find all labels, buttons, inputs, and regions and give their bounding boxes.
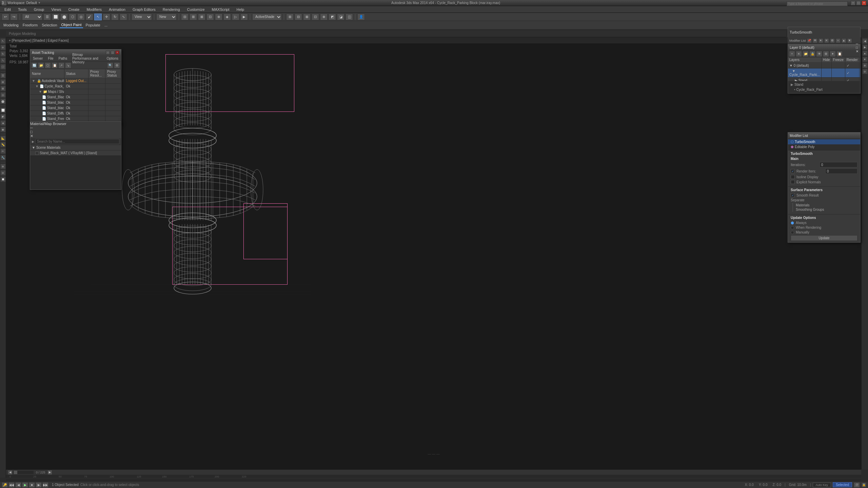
layers-cell-hide-stand[interactable] — [822, 78, 832, 81]
left-panel-btn-21[interactable]: 🔲 — [0, 177, 6, 182]
materials-item[interactable]: Materials — [795, 203, 857, 207]
left-panel-btn-7[interactable]: ⊞ — [0, 79, 6, 85]
tab-selection[interactable]: Selection — [40, 22, 59, 28]
layers-col-freeze[interactable]: Freeze — [831, 57, 845, 63]
layers-row-cycle[interactable]: ▼ Cycle_Rack_Parki... ✓ — [788, 68, 860, 78]
new-dropdown[interactable]: New — [156, 14, 177, 20]
render-button[interactable]: ▷ — [232, 14, 239, 20]
left-panel-btn-16[interactable]: 📏 — [0, 142, 6, 147]
menu-animation[interactable]: Animation — [106, 7, 128, 12]
stop-button[interactable]: ■ — [29, 482, 35, 488]
schematic-view-button[interactable]: ⊡ — [206, 14, 214, 20]
at-row-stand4[interactable]: 📄 Stand_Diffuse... Ok — [30, 111, 121, 116]
at-col-proxy-res[interactable]: Proxy Resol... — [88, 69, 105, 78]
viewport-3d[interactable]: — — — Home — [6, 37, 861, 469]
tb-btn-14[interactable]: ◫ — [346, 14, 353, 20]
left-panel-btn-5[interactable]: ⬡ — [0, 64, 6, 69]
mb-minimize-button[interactable]: ─ — [30, 126, 121, 130]
left-panel-btn-2[interactable]: ✛ — [0, 45, 6, 50]
layers-col-name[interactable]: Layers — [788, 57, 822, 63]
at-col-name[interactable]: Name — [30, 69, 64, 78]
layer-tree-cycle-rack-part[interactable]: • Cycle_Rack_Part — [789, 87, 859, 92]
viewport[interactable]: + [Perspective] [Shaded | Edged Faces] T… — [6, 37, 861, 469]
left-panel-btn-10[interactable]: ⬤ — [0, 99, 6, 104]
menu-help[interactable]: Help — [234, 7, 247, 12]
at-menu-file[interactable]: File — [46, 57, 55, 60]
right-panel-btn-1[interactable]: ◀ — [862, 38, 868, 44]
align-button[interactable]: ⊞ — [190, 14, 197, 20]
when-rendering-radio[interactable] — [791, 226, 794, 229]
explicit-normals-checkbox[interactable] — [791, 180, 795, 184]
modifier-move-up-button[interactable]: ▲ — [842, 38, 846, 43]
autokey-button[interactable]: Auto Key — [813, 483, 831, 487]
smoothing-groups-item[interactable]: Smoothing Groups — [795, 207, 857, 212]
layers-tb-1[interactable]: + — [789, 51, 795, 57]
next-key-button[interactable]: ▶ — [36, 482, 42, 488]
layers-tb-7[interactable]: ✦ — [830, 51, 836, 57]
menu-modifiers[interactable]: Modifiers — [84, 7, 104, 12]
populate-button[interactable]: 👤 — [357, 14, 365, 20]
modifier-move-down-button[interactable]: ▼ — [847, 38, 852, 43]
always-radio[interactable] — [791, 221, 794, 225]
menu-views[interactable]: Views — [48, 7, 64, 12]
mb-restore-button[interactable]: □ — [30, 130, 121, 134]
search-input[interactable] — [787, 1, 848, 6]
isoline-checkbox[interactable] — [791, 175, 795, 179]
modifier-turbosmoooth[interactable]: ⬡ TurboSmooth — [788, 139, 860, 144]
tab-freeform[interactable]: Freeform — [21, 22, 40, 28]
lasso-select-button[interactable]: ◎ — [77, 14, 85, 20]
modifier-add-button[interactable]: + — [836, 38, 841, 43]
render-iters-checkbox[interactable]: ✓ — [791, 169, 795, 173]
circle-select-button[interactable]: ⬤ — [60, 14, 68, 20]
lock-selection-button[interactable]: 🔒 — [862, 483, 866, 487]
select-filter-dropdown[interactable]: All — [22, 14, 42, 20]
menu-rendering[interactable]: Rendering — [160, 7, 183, 12]
left-panel-btn-18[interactable]: 🔧 — [0, 155, 6, 160]
next-frame-button[interactable]: ▶▶ — [42, 482, 48, 488]
render-iters-input[interactable] — [825, 168, 857, 174]
left-panel-btn-11[interactable]: ⬜ — [0, 107, 6, 113]
left-panel-btn-14[interactable]: ◉ — [0, 127, 6, 132]
left-panel-btn-12[interactable]: ◩ — [0, 114, 6, 119]
material-content-area[interactable] — [30, 156, 121, 189]
at-tb-3[interactable]: ⬡ — [45, 62, 51, 68]
material-browser-titlebar[interactable]: Material/Map Browser ─ □ ✕ — [30, 122, 121, 138]
layers-cell-hide-0[interactable] — [822, 63, 832, 68]
left-panel-btn-13[interactable]: ◈ — [0, 120, 6, 126]
at-menu-paths[interactable]: Paths — [57, 57, 69, 60]
layers-cell-freeze-stand[interactable] — [831, 78, 845, 81]
left-panel-btn-4[interactable]: ⤡ — [0, 58, 6, 63]
at-tb-6[interactable]: ↘ — [65, 62, 71, 68]
selected-badge[interactable]: Selected — [833, 482, 852, 487]
at-minimize-button[interactable]: ─ — [106, 50, 110, 55]
at-row-stand1[interactable]: 📄 Stand_Black... Ok — [30, 95, 121, 100]
layers-tb-6[interactable]: ⚙ — [823, 51, 829, 57]
scale-button[interactable]: ⤡ — [120, 14, 127, 20]
layer-tree-stand[interactable]: ▶ Stand — [789, 82, 859, 87]
material-item-stand-black[interactable]: Stand_Black_MAT ( VRayMtl ) [Stand] — [30, 150, 121, 156]
right-panel-btn-4[interactable]: ▼ — [862, 57, 868, 62]
iterations-input[interactable] — [820, 162, 857, 167]
left-panel-btn-20[interactable]: ⊖ — [0, 170, 6, 176]
layers-tb-4[interactable]: 🔒 — [809, 51, 815, 57]
menu-graph-editors[interactable]: Graph Editors — [130, 7, 158, 12]
timeline-arrow-right[interactable]: ▶ — [47, 470, 52, 475]
workspace-dropdown-icon[interactable]: ▼ — [38, 1, 41, 4]
at-row-stand5[interactable]: 📄 Stand_Fresnel... Ok — [30, 116, 121, 122]
key-mode-button[interactable]: 🔑 — [2, 482, 8, 488]
undo-button[interactable]: ↩ — [2, 14, 9, 20]
at-col-proxy-status[interactable]: Proxy Status — [105, 69, 121, 78]
timeline-track[interactable]: 0 25 50 75 100 125 150 175 200 225 — [6, 475, 861, 482]
select-button[interactable]: ↖ — [94, 14, 102, 20]
modifier-editable-poly[interactable]: ⬟ Editable Poly — [788, 144, 860, 149]
layers-cell-render-0[interactable]: ✓ — [845, 63, 859, 68]
left-panel-btn-8[interactable]: ⊠ — [0, 86, 6, 91]
minimize-button[interactable]: ─ — [851, 1, 855, 5]
timeline-arrow-left[interactable]: ◀ — [8, 470, 13, 475]
scene-materials-header[interactable]: ▼ Scene Materials — [30, 145, 121, 150]
at-restore-button[interactable]: □ — [111, 50, 115, 55]
at-close-button[interactable]: ✕ — [115, 50, 119, 55]
tb-btn-11[interactable]: ⊕ — [320, 14, 328, 20]
right-panel-btn-5[interactable]: ⊕ — [862, 63, 868, 68]
menu-maxscript[interactable]: MAXScript — [209, 7, 232, 12]
